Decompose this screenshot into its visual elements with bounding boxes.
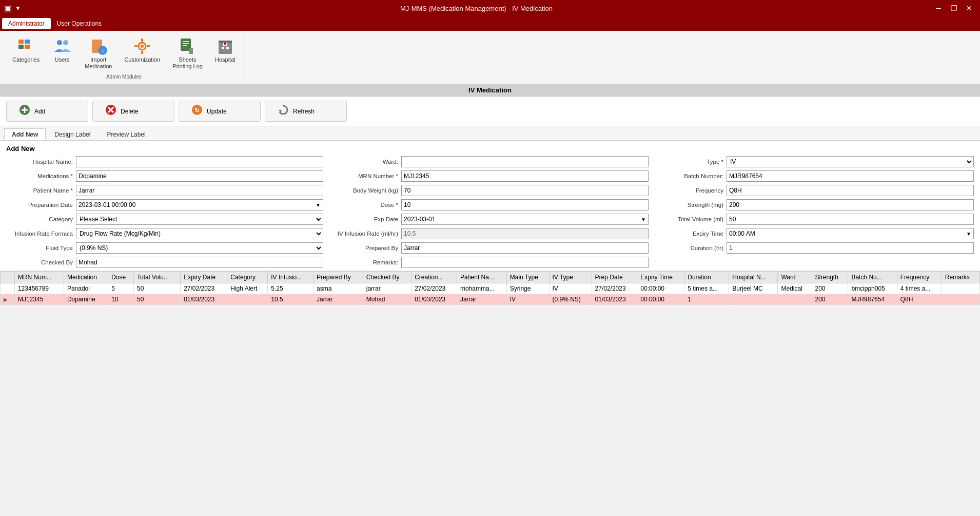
exp-date-calendar-icon[interactable]: ▼ (641, 217, 646, 222)
th-duration[interactable]: Duration (684, 272, 729, 283)
import-medication-label: ImportMedication (85, 56, 112, 70)
sheets-printing-log-label: SheetsPrinting Log (172, 56, 203, 70)
fluid-type-select[interactable]: (0.9% NS) (76, 242, 323, 254)
checked-by-input[interactable] (76, 257, 323, 268)
duration-row: Duration (hr) (657, 242, 974, 254)
dose-input[interactable] (401, 199, 649, 211)
svg-rect-14 (147, 45, 150, 47)
mrn-input[interactable] (401, 170, 649, 182)
preparation-date-input[interactable]: 2023-03-01 00:00:00 ▼ (76, 199, 323, 211)
strength-input[interactable] (727, 199, 974, 211)
ribbon-btn-import-medication[interactable]: ↓ ImportMedication (81, 35, 116, 72)
table-header-row: MRN Num... Medication Dose Total Volu...… (1, 272, 980, 283)
categories-label: Categories (12, 56, 40, 63)
tab-add-new[interactable]: Add New (4, 128, 46, 140)
th-frequency[interactable]: Frequency (897, 272, 942, 283)
svg-rect-0 (18, 40, 24, 44)
body-weight-input[interactable] (401, 185, 649, 196)
medication-table: MRN Num... Medication Dose Total Volu...… (0, 271, 980, 305)
customization-label: Customization (124, 56, 160, 63)
ribbon-btn-customization[interactable]: Customization (120, 35, 164, 72)
expand-icon[interactable]: ▶ (4, 297, 8, 302)
delete-button[interactable]: Delete (92, 101, 174, 122)
cell-iv-infusion: 5.25 (268, 283, 313, 294)
table-row[interactable]: ▶ MJ12345 Dopamine 10 50 01/03/2023 10.5… (1, 294, 980, 305)
th-batch-num[interactable]: Batch Nu... (848, 272, 897, 283)
frequency-input[interactable] (727, 185, 974, 196)
cell-duration: 5 times a... (684, 283, 729, 294)
hospital-name-input[interactable] (76, 156, 323, 167)
th-mrn-num[interactable]: MRN Num... (14, 272, 64, 283)
patient-name-input[interactable] (76, 185, 323, 196)
th-medication[interactable]: Medication (64, 272, 108, 283)
th-category[interactable]: Category (227, 272, 268, 283)
cell-expiry-time: 00:00:00 (637, 294, 684, 305)
th-creation[interactable]: Creation... (411, 272, 457, 283)
th-prep-date[interactable]: Prep Date (592, 272, 637, 283)
iv-infusion-rate-input[interactable] (401, 228, 649, 239)
ribbon-btn-users[interactable]: Users (48, 35, 76, 72)
window-title: MJ-MMS (Medication Management) - IV Medi… (21, 5, 932, 12)
refresh-icon (278, 104, 289, 118)
tab-preview-label[interactable]: Preview Label (99, 128, 153, 140)
menu-administrator[interactable]: Administrator (2, 18, 51, 29)
categories-icon (17, 37, 35, 55)
ribbon-btn-categories[interactable]: Categories (8, 35, 44, 72)
total-volume-input[interactable] (727, 214, 974, 225)
category-label: Category (6, 216, 73, 222)
close-button[interactable]: ✕ (963, 3, 976, 13)
checked-by-label: Checked By (6, 259, 73, 265)
ribbon-btn-sheets-printing-log[interactable]: SheetsPrinting Log (168, 35, 207, 72)
add-button[interactable]: Add (6, 101, 88, 122)
th-hospital-n[interactable]: Hospital N... (729, 272, 778, 283)
preparation-date-row: Preparation Date 2023-03-01 00:00:00 ▼ (6, 199, 323, 211)
cell-dose: 10 (108, 294, 134, 305)
infusion-rate-select[interactable]: Drug Flow Rate (Mcg/Kg/Min) (76, 228, 323, 239)
tab-design-label[interactable]: Design Label (47, 128, 98, 140)
cell-creation: 27/02/2023 (411, 283, 457, 294)
ribbon: Categories Users (0, 31, 980, 84)
th-remarks[interactable]: Remarks (942, 272, 979, 283)
row-expand: ▶ (1, 294, 15, 305)
th-iv-type[interactable]: IV Type (549, 272, 592, 283)
preparation-date-calendar-icon[interactable]: ▼ (316, 202, 321, 208)
ward-input[interactable] (401, 156, 649, 167)
table-row[interactable]: 123456789 Panadol 5 50 27/02/2023 High A… (1, 283, 980, 294)
expiry-time-calendar-icon[interactable]: ▼ (966, 231, 971, 237)
prepared-by-input[interactable] (401, 242, 649, 254)
th-expiry-date[interactable]: Expiry Date (181, 272, 227, 283)
th-prepared-by[interactable]: Prepared By (313, 272, 363, 283)
update-button[interactable]: ↻ Update (179, 101, 261, 122)
remarks-input[interactable] (401, 257, 649, 268)
refresh-button[interactable]: Refresh (265, 101, 347, 122)
cell-mrn: MJ12345 (14, 294, 64, 305)
batch-number-input[interactable] (727, 170, 974, 182)
minimize-button[interactable]: ─ (932, 3, 945, 13)
cell-prep-date: 27/02/2023 (592, 283, 637, 294)
form-section: Add New Hospital Name: Medications * Pat… (0, 141, 980, 271)
duration-label: Duration (hr) (657, 245, 723, 251)
cell-category: High Alert (227, 283, 268, 294)
duration-input[interactable] (727, 242, 974, 254)
th-iv-infusion[interactable]: IV Infusio... (268, 272, 313, 283)
th-dose[interactable]: Dose (108, 272, 134, 283)
restore-button[interactable]: ❐ (947, 3, 961, 13)
th-checked-by[interactable]: Checked By (363, 272, 411, 283)
expiry-time-input[interactable]: 00:00 AM ▼ (727, 228, 974, 239)
medications-input[interactable] (76, 170, 323, 182)
category-select[interactable]: Please Select High Alert (76, 214, 323, 225)
type-select[interactable]: IV (727, 156, 974, 167)
th-main-type[interactable]: Main Type (506, 272, 549, 283)
hospital-label: Hospital (215, 56, 236, 63)
th-patient-name[interactable]: Patient Na... (457, 272, 506, 283)
th-strength[interactable]: Strength (812, 272, 848, 283)
th-expiry-time[interactable]: Expiry Time (637, 272, 684, 283)
exp-date-input[interactable]: 2023-03-01 ▼ (401, 214, 649, 225)
svg-rect-13 (134, 45, 138, 47)
ribbon-btn-hospital[interactable]: + Hospital (211, 35, 240, 72)
th-total-vol[interactable]: Total Volu... (133, 272, 180, 283)
cell-iv-infusion: 10.5 (268, 294, 313, 305)
menu-user-operations[interactable]: User Operations (51, 18, 108, 29)
window-controls: ─ ❐ ✕ (932, 3, 976, 13)
th-ward[interactable]: Ward (778, 272, 812, 283)
